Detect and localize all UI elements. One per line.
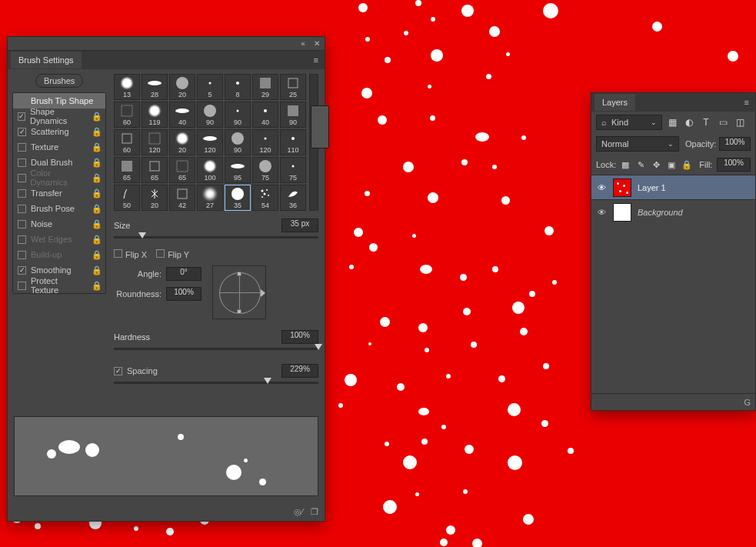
filter-type-icon[interactable]: T xyxy=(699,115,713,129)
checkbox[interactable] xyxy=(18,282,26,290)
layer-thumbnail[interactable] xyxy=(613,178,631,197)
lock-icon[interactable]: 🔒 xyxy=(92,173,102,183)
brush-tip[interactable]: 42 xyxy=(169,185,195,211)
checkbox[interactable] xyxy=(18,220,26,228)
lock-icon[interactable]: 🔒 xyxy=(92,219,102,229)
close-icon[interactable]: ✕ xyxy=(312,39,321,48)
size-input[interactable]: 35 px xyxy=(281,218,318,232)
brush-tip[interactable]: 120 xyxy=(252,129,278,155)
brush-tip[interactable]: 75 xyxy=(252,157,278,183)
lock-icon[interactable]: 🔒 xyxy=(92,265,102,275)
brush-tip[interactable]: 65 xyxy=(142,157,168,183)
hardness-slider[interactable] xyxy=(114,345,318,353)
brush-tip[interactable]: 120 xyxy=(197,129,223,155)
brush-option-brush-pose[interactable]: Brush Pose🔒 xyxy=(13,201,105,216)
brush-tip[interactable]: 90 xyxy=(225,102,251,128)
brush-option-build-up[interactable]: Build-up🔒 xyxy=(13,247,105,262)
fill-input[interactable]: 100% xyxy=(717,158,751,172)
lock-icon[interactable]: 🔒 xyxy=(92,112,102,122)
roundness-input[interactable]: 100% xyxy=(166,287,201,301)
lock-transparency-icon[interactable]: ▩ xyxy=(619,158,631,171)
brush-tip[interactable]: 95 xyxy=(225,157,251,183)
checkbox[interactable] xyxy=(18,128,26,136)
collapse-icon[interactable]: « xyxy=(298,39,308,48)
brush-tip-scrollbar[interactable] xyxy=(309,74,318,211)
spacing-slider[interactable] xyxy=(114,379,318,387)
tab-layers[interactable]: Layers xyxy=(594,94,635,111)
visibility-icon[interactable]: 👁 xyxy=(596,208,607,217)
brush-tip[interactable]: 36 xyxy=(280,185,306,211)
brush-tip[interactable]: 90 xyxy=(225,129,251,155)
layer-thumbnail[interactable] xyxy=(613,203,631,222)
brush-tip[interactable]: 20 xyxy=(142,185,168,211)
brush-option-texture[interactable]: Texture🔒 xyxy=(13,139,105,155)
new-preset-icon[interactable]: ❐ xyxy=(311,507,318,517)
brush-tip[interactable]: 75 xyxy=(280,157,306,183)
brush-option-smoothing[interactable]: Smoothing🔒 xyxy=(13,262,105,278)
brush-tip[interactable]: 20 xyxy=(169,129,195,155)
brush-option-protect-texture[interactable]: Protect Texture🔒 xyxy=(13,278,105,293)
brush-tip[interactable]: 100 xyxy=(197,157,223,183)
filter-shape-icon[interactable]: ▭ xyxy=(716,115,730,129)
angle-input[interactable]: 0° xyxy=(166,267,201,281)
tab-brush-settings[interactable]: Brush Settings xyxy=(11,52,82,68)
brush-tip[interactable]: 60 xyxy=(114,129,140,155)
brush-option-dual-brush[interactable]: Dual Brush🔒 xyxy=(13,155,105,170)
brush-option-color-dynamics[interactable]: Color Dynamics🔒 xyxy=(13,170,105,185)
brush-option-transfer[interactable]: Transfer🔒 xyxy=(13,185,105,201)
layer-name[interactable]: Background xyxy=(638,208,683,217)
lock-pixels-icon[interactable]: ✎ xyxy=(634,158,647,171)
brush-tip[interactable]: 110 xyxy=(280,129,306,155)
checkbox[interactable] xyxy=(18,235,26,244)
lock-icon[interactable]: 🔒 xyxy=(92,188,102,198)
brush-tip[interactable]: 65 xyxy=(169,157,195,183)
checkbox[interactable] xyxy=(18,189,26,198)
checkbox[interactable] xyxy=(18,143,26,152)
visibility-icon[interactable]: 👁 xyxy=(596,183,607,192)
brush-option-noise[interactable]: Noise🔒 xyxy=(13,216,105,232)
lock-icon[interactable]: 🔒 xyxy=(92,250,102,260)
lock-artboard-icon[interactable]: ▣ xyxy=(665,158,678,171)
brush-tip[interactable]: 119 xyxy=(142,102,168,128)
angle-dial[interactable] xyxy=(212,265,266,319)
panel-menu-icon[interactable]: ≡ xyxy=(308,55,325,65)
brushes-button[interactable]: Brushes xyxy=(35,74,83,88)
layers-menu-icon[interactable]: ≡ xyxy=(738,98,755,107)
layer-item[interactable]: 👁Layer 1 xyxy=(591,175,755,199)
brush-tip[interactable]: 28 xyxy=(142,74,168,100)
blend-mode-select[interactable]: Normal ⌄ xyxy=(596,136,679,152)
lock-all-icon[interactable]: 🔒 xyxy=(681,158,693,171)
checkbox[interactable] xyxy=(18,174,26,182)
brush-option-shape-dynamics[interactable]: Shape Dynamics🔒 xyxy=(13,108,105,124)
size-slider[interactable] xyxy=(114,234,318,242)
flip-x-checkbox[interactable]: Flip X xyxy=(114,249,147,259)
opacity-input[interactable]: 100% xyxy=(719,137,751,151)
lock-icon[interactable]: 🔒 xyxy=(92,235,102,245)
filter-smart-icon[interactable]: ◫ xyxy=(733,115,747,129)
spacing-checkbox[interactable] xyxy=(114,367,122,375)
brush-tip[interactable]: 60 xyxy=(114,102,140,128)
lock-icon[interactable]: 🔒 xyxy=(92,142,102,152)
brush-tip[interactable]: 50 xyxy=(114,185,140,211)
brush-tip[interactable]: 13 xyxy=(114,74,140,100)
brush-tip[interactable]: 40 xyxy=(169,102,195,128)
lock-icon[interactable]: 🔒 xyxy=(92,158,102,168)
hardness-input[interactable]: 100% xyxy=(281,330,318,344)
lock-position-icon[interactable]: ✥ xyxy=(650,158,662,171)
brush-tip[interactable]: 120 xyxy=(142,129,168,155)
brush-tip[interactable]: 20 xyxy=(169,74,195,100)
layer-item[interactable]: 👁Background xyxy=(591,199,755,224)
filter-adjustment-icon[interactable]: ◐ xyxy=(682,115,696,129)
brush-tip[interactable]: 90 xyxy=(280,102,306,128)
brush-option-brush-tip-shape[interactable]: Brush Tip Shape xyxy=(13,93,105,108)
filter-kind-select[interactable]: ⌕ Kind ⌄ xyxy=(596,115,662,130)
brush-tip[interactable]: 5 xyxy=(197,74,223,100)
toggle-preview-icon[interactable]: ◎⁄ xyxy=(294,507,303,517)
checkbox[interactable] xyxy=(18,112,25,121)
lock-icon[interactable]: 🔒 xyxy=(92,127,102,137)
panel-titlebar[interactable]: « ✕ xyxy=(8,37,325,51)
brush-option-scattering[interactable]: Scattering🔒 xyxy=(13,124,105,139)
brush-tip[interactable]: 35 xyxy=(225,185,251,211)
flip-y-checkbox[interactable]: Flip Y xyxy=(156,249,189,259)
brush-tip[interactable]: 27 xyxy=(197,185,223,211)
